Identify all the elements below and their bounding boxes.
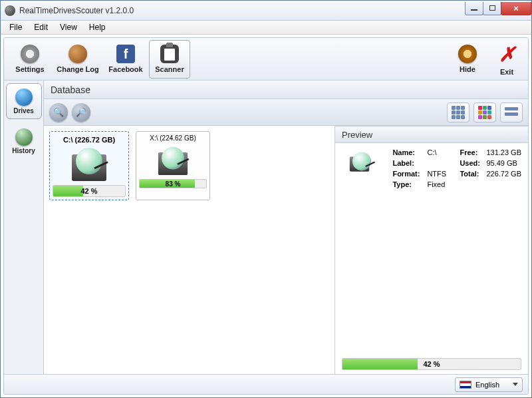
language-selector[interactable]: English [455, 377, 523, 392]
clipboard-icon [160, 45, 179, 63]
k-label: Label: [392, 159, 424, 167]
drive-card[interactable]: X:\ (224.62 GB) 83 % [136, 131, 210, 200]
titlebar: RealTimeDrivesScouter v1.2.0.0 × [1, 1, 531, 21]
window-controls: × [466, 2, 531, 15]
k-type: Type: [392, 180, 424, 188]
hide-label: Hide [460, 65, 475, 73]
drive-title: C:\ (226.72 GB) [53, 136, 126, 144]
changelog-label: Change Log [57, 65, 99, 73]
drive-progress: 42 % [53, 185, 126, 197]
changelog-button[interactable]: Change Log [53, 40, 102, 79]
hide-button[interactable]: Hide [447, 40, 488, 79]
drive-card[interactable]: C:\ (226.72 GB) 42 % [49, 131, 129, 200]
preview-panel: Preview Name:C:\ Free:131.23 GB Label: U… [335, 126, 528, 374]
k-used: Used: [460, 159, 483, 167]
toolbar: Settings Change Log Facebook Scanner Hid… [4, 38, 528, 81]
database-toolbar: 🔍 🔎 [44, 99, 528, 126]
app-window: RealTimeDrivesScouter v1.2.0.0 × File Ed… [0, 0, 532, 398]
v-type: Fixed [427, 180, 457, 188]
body: Drives History Database 🔍 🔎 [4, 81, 528, 374]
minimize-button[interactable] [465, 2, 483, 15]
k-name: Name: [392, 148, 424, 156]
eye-icon [458, 45, 477, 63]
menu-edit[interactable]: Edit [28, 21, 54, 33]
history-icon [15, 128, 33, 146]
preview-header: Preview [335, 126, 528, 143]
facebook-icon [116, 45, 135, 63]
main-panel: Database 🔍 🔎 C:\ (226.72 GB) [44, 81, 528, 374]
tab-drives-label: Drives [13, 107, 34, 114]
tab-history-label: History [12, 147, 35, 154]
preview-grid: Name:C:\ Free:131.23 GB Label: Used:95.4… [392, 148, 521, 188]
app-icon [5, 5, 15, 16]
v-total: 226.72 GB [486, 170, 521, 178]
v-name: C:\ [427, 148, 457, 156]
window-title: RealTimeDrivesScouter v1.2.0.0 [19, 6, 466, 15]
hdd-icon [156, 146, 190, 175]
settings-button[interactable]: Settings [9, 40, 51, 79]
menu-view[interactable]: View [54, 21, 83, 33]
exit-label: Exit [500, 68, 513, 76]
drives-grid: C:\ (226.72 GB) 42 % X:\ (224.62 GB) [44, 126, 335, 374]
preview-percent: 42 % [423, 360, 440, 368]
k-format: Format: [392, 170, 424, 178]
v-free: 131.23 GB [486, 148, 521, 156]
close-button[interactable]: × [501, 2, 531, 15]
flag-icon [460, 381, 471, 389]
drive-percent: 42 % [80, 187, 97, 195]
database-header: Database [44, 81, 528, 99]
drive-progress: 83 % [139, 179, 207, 188]
settings-label: Settings [15, 65, 44, 73]
x-icon: ✗ [499, 43, 515, 66]
preview-progress: 42 % [342, 358, 521, 370]
refresh-button[interactable]: 🔍 [49, 103, 68, 122]
view-list[interactable] [500, 102, 523, 122]
log-icon [68, 45, 87, 63]
tab-history[interactable]: History [6, 123, 42, 159]
side-tabs: Drives History [4, 81, 44, 374]
drive-title: X:\ (224.62 GB) [139, 134, 207, 142]
tab-drives[interactable]: Drives [6, 83, 42, 119]
chevron-down-icon [513, 383, 518, 386]
facebook-button[interactable]: Facebook [105, 40, 146, 79]
k-free: Free: [460, 148, 483, 156]
view-large-icons[interactable] [447, 102, 469, 122]
menubar: File Edit View Help [1, 21, 531, 35]
v-label [427, 159, 457, 167]
statusbar: English [4, 374, 528, 394]
menu-help[interactable]: Help [83, 21, 112, 33]
drive-percent: 83 % [166, 180, 181, 188]
facebook-label: Facebook [108, 65, 142, 73]
gear-icon [21, 45, 39, 63]
drives-icon [15, 89, 33, 106]
maximize-button[interactable] [483, 2, 501, 15]
content: C:\ (226.72 GB) 42 % X:\ (224.62 GB) [44, 126, 528, 374]
main-frame: Settings Change Log Facebook Scanner Hid… [3, 37, 529, 395]
view-small-icons[interactable] [473, 102, 496, 122]
menu-file[interactable]: File [3, 21, 28, 33]
hdd-icon [348, 151, 371, 172]
preview-body: Name:C:\ Free:131.23 GB Label: Used:95.4… [335, 143, 528, 374]
hdd-icon [69, 146, 109, 181]
scanner-button[interactable]: Scanner [149, 40, 190, 79]
scanner-label: Scanner [155, 65, 184, 73]
search-button[interactable]: 🔎 [72, 103, 90, 122]
v-format: NTFS [427, 170, 457, 178]
language-label: English [475, 381, 499, 389]
k-total: Total: [460, 170, 483, 178]
exit-button[interactable]: ✗ Exit [491, 40, 523, 79]
v-used: 95.49 GB [486, 159, 521, 167]
